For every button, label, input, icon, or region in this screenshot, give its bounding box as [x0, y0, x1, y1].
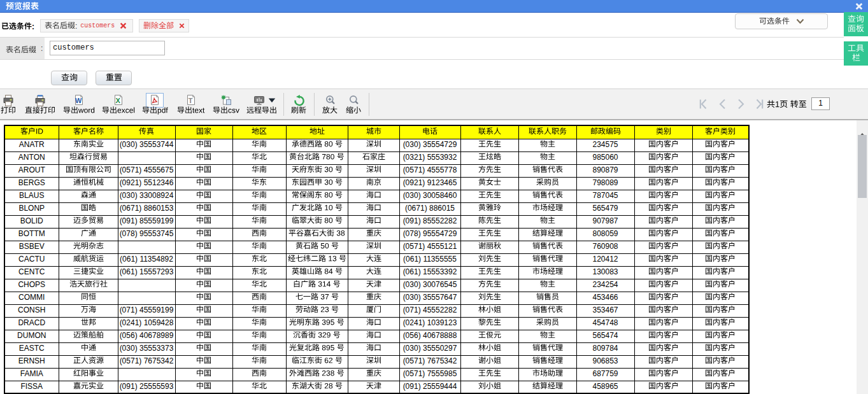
svg-text:X: X [116, 97, 121, 104]
svg-text:T: T [189, 97, 193, 104]
svg-text:W: W [75, 97, 82, 104]
